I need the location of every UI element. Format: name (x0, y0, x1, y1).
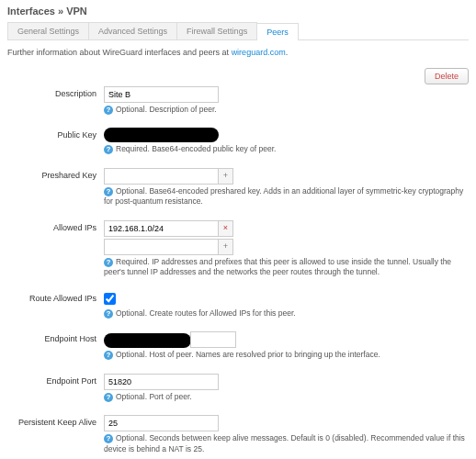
tab-advanced[interactable]: Advanced Settings (88, 22, 177, 39)
preshared-key-label: Preshared Key (7, 168, 104, 217)
help-icon: ? (104, 106, 113, 115)
endpoint-host-label: Endpoint Host (7, 331, 104, 369)
intro-text: Further information about WireGuard inte… (7, 48, 469, 57)
intro-prefix: Further information about WireGuard inte… (7, 48, 232, 57)
breadcrumb: Interfaces » VPN (7, 6, 469, 17)
add-ip-button[interactable]: + (219, 239, 233, 255)
description-help: Optional. Description of peer. (116, 105, 217, 114)
endpoint-host-redacted (104, 333, 191, 348)
route-allowed-label: Route Allowed IPs (7, 291, 104, 328)
endpoint-host-input[interactable] (190, 331, 236, 348)
allowed-ips-label: Allowed IPs (7, 220, 104, 287)
allowed-ip-input-1[interactable] (104, 220, 219, 237)
route-allowed-checkbox[interactable] (104, 293, 116, 305)
help-icon: ? (104, 258, 113, 267)
wireguard-link[interactable]: wireguard.com (232, 48, 286, 57)
keep-alive-label: Persistent Keep Alive (7, 415, 104, 459)
endpoint-port-label: Endpoint Port (7, 374, 104, 411)
tab-peers[interactable]: Peers (256, 23, 299, 40)
remove-ip-button[interactable]: × (219, 220, 233, 237)
tab-firewall[interactable]: Firewall Settings (176, 22, 257, 39)
public-key-redacted (104, 128, 219, 142)
help-icon: ? (104, 309, 113, 319)
route-allowed-help: Optional. Create routes for Allowed IPs … (116, 308, 296, 318)
endpoint-port-help: Optional. Port of peer. (116, 392, 192, 401)
preshared-key-input[interactable] (104, 168, 219, 185)
tab-bar: General Settings Advanced Settings Firew… (7, 22, 469, 40)
description-label: Description (7, 86, 104, 124)
help-icon: ? (104, 393, 113, 402)
intro-suffix: . (286, 48, 289, 57)
help-icon: ? (104, 434, 113, 443)
keep-alive-help: Optional. Seconds between keep alive mes… (104, 433, 465, 453)
delete-button[interactable]: Delete (425, 68, 469, 84)
description-input[interactable] (104, 86, 219, 103)
add-preshared-button[interactable]: + (219, 168, 233, 185)
help-icon: ? (104, 187, 113, 196)
allowed-ip-input-2[interactable] (104, 239, 219, 255)
public-key-label: Public Key (7, 128, 104, 163)
tab-general[interactable]: General Settings (7, 22, 89, 39)
preshared-key-help: Optional. Base64-encoded preshared key. … (104, 186, 463, 206)
public-key-help: Required. Base64-encoded public key of p… (116, 144, 276, 153)
endpoint-port-input[interactable] (104, 374, 219, 390)
endpoint-host-help: Optional. Host of peer. Names are resolv… (116, 350, 380, 359)
keep-alive-input[interactable] (104, 415, 219, 431)
help-icon: ? (104, 351, 113, 360)
help-icon: ? (104, 145, 113, 154)
allowed-ips-help: Required. IP addresses and prefixes that… (104, 257, 451, 276)
